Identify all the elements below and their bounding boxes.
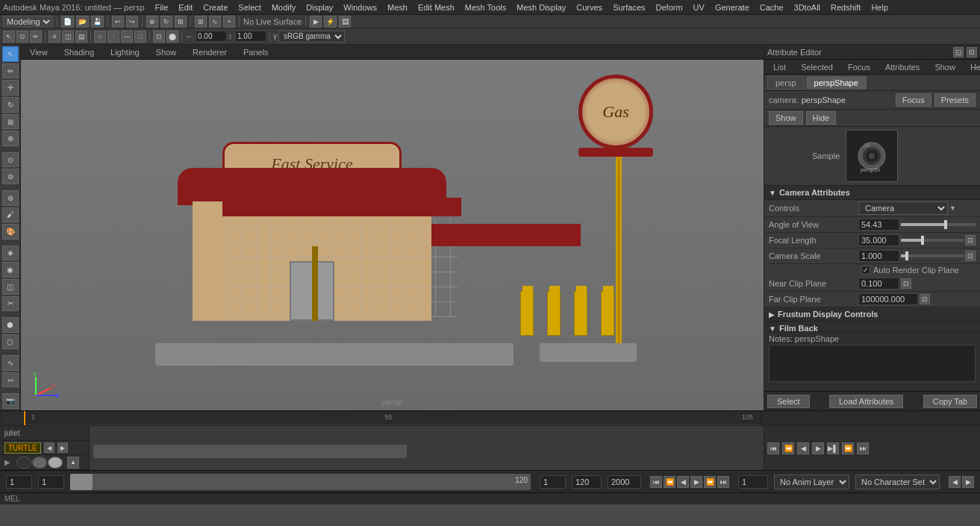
wireframe-btn[interactable]: ⊡ (153, 31, 165, 43)
menu-mesh-display[interactable]: Mesh Display (512, 2, 570, 13)
hypergraph-btn[interactable]: ◫ (62, 31, 74, 43)
ae-shape-tab-perspshape[interactable]: perspShape (806, 76, 867, 90)
menu-help[interactable]: Help (867, 2, 893, 13)
ae-camera-attrs-section[interactable]: ▼ Camera Attributes (764, 186, 980, 200)
vp-tab-lighting[interactable]: Lighting (106, 46, 144, 58)
menu-display[interactable]: Display (302, 2, 337, 13)
ae-tab-help[interactable]: Help (964, 61, 980, 73)
frame-end-input[interactable] (540, 475, 566, 489)
ae-autoclip-checkbox[interactable] (861, 266, 870, 275)
face-btn[interactable]: □ (134, 31, 146, 43)
rotate-btn[interactable]: ↻ (160, 16, 172, 28)
range-end-input[interactable] (608, 475, 641, 489)
ae-tab-list[interactable]: List (767, 61, 792, 73)
ae-controls-dropdown[interactable]: Camera (858, 201, 948, 215)
ae-farclip-input[interactable] (858, 293, 918, 305)
menu-generate[interactable]: Generate (711, 2, 754, 13)
play-btn[interactable]: ▶ (812, 442, 824, 454)
menu-mesh[interactable]: Mesh (383, 2, 412, 13)
undo-btn[interactable]: ↩ (112, 16, 124, 28)
move-btn[interactable]: ⊕ (146, 16, 158, 28)
char-set-dropdown[interactable]: No Character Set (855, 475, 940, 489)
split-poly-btn[interactable]: ◫ (2, 279, 19, 295)
menu-redshift[interactable]: Redshift (826, 2, 865, 13)
snap-grid-btn[interactable]: ⊞ (195, 16, 207, 28)
soft-select-btn[interactable]: ⊙ (2, 152, 19, 168)
ae-filmback-section[interactable]: ▼ Film Back (764, 322, 980, 331)
ae-float-btn[interactable]: ⊡ (967, 47, 977, 57)
ae-focal-expand-btn[interactable]: ⊡ (965, 235, 976, 245)
append-poly-btn[interactable]: ◉ (2, 262, 19, 278)
menu-modify[interactable]: Modify (267, 2, 300, 13)
frame-current-input[interactable] (38, 475, 64, 489)
lasso-btn[interactable]: ⊙ (16, 31, 28, 43)
paint-select-btn[interactable]: ✏ (2, 63, 19, 79)
ae-load-attrs-btn[interactable]: Load Attributes (829, 395, 903, 408)
ae-nearclip-input[interactable] (858, 278, 899, 289)
paint-attr-btn[interactable]: 🖌 (2, 207, 19, 223)
move-tool-btn[interactable]: ✛ (2, 80, 19, 96)
smooth-btn[interactable]: ⬤ (166, 31, 178, 43)
cut-mesh-btn[interactable]: ✂ (2, 296, 19, 312)
anim-layer-dropdown[interactable]: No Anim Layer (774, 475, 849, 489)
bb-play-fwd-btn[interactable]: ▶ (690, 476, 702, 488)
ae-notes-textarea[interactable] (769, 345, 976, 382)
ae-select-btn[interactable]: Select (767, 395, 810, 408)
track-prev-btn[interactable]: ◀ (44, 442, 54, 453)
ae-tab-show[interactable]: Show (928, 61, 961, 73)
menu-edit[interactable]: Edit (174, 2, 197, 13)
menu-3dto[interactable]: 3DtoAll (790, 2, 825, 13)
ae-focal-input[interactable] (858, 234, 899, 246)
track-expand-btn[interactable]: ▲ (67, 457, 79, 469)
select-mode-btn[interactable]: ↖ (2, 46, 19, 62)
outliner-btn[interactable]: ≡ (49, 31, 60, 43)
bb-play-back-btn[interactable]: ◀ (677, 476, 689, 488)
play-back-btn[interactable]: ⏪ (782, 442, 794, 454)
char-prev-btn[interactable]: ◀ (949, 476, 961, 488)
menu-uv[interactable]: UV (689, 2, 709, 13)
track-bar-main[interactable] (93, 445, 407, 458)
curve-tool-btn[interactable]: ∿ (2, 355, 19, 371)
camera-btn[interactable]: 📷 (2, 393, 19, 409)
new-btn[interactable]: 📄 (61, 16, 74, 28)
step-back-btn[interactable]: ◀ (797, 442, 809, 454)
range-start-input[interactable] (572, 475, 602, 489)
paint-btn[interactable]: ✏ (30, 31, 42, 43)
edge-btn[interactable]: — (121, 31, 133, 43)
channel-btn[interactable]: ▤ (75, 31, 87, 43)
ae-tab-focus[interactable]: Focus (842, 61, 876, 73)
gamma-dropdown[interactable]: sRGB gamma (278, 31, 345, 43)
play-fwd-btn[interactable]: ⏩ (842, 442, 854, 454)
ipr-btn[interactable]: ⚡ (324, 16, 337, 28)
menu-cache[interactable]: Cache (755, 2, 788, 13)
ae-angle-slider[interactable] (901, 223, 976, 226)
rotate-tool-btn[interactable]: ↻ (2, 97, 19, 113)
vp-tab-renderer[interactable]: Renderer (188, 46, 231, 58)
swatch2[interactable] (32, 457, 47, 469)
vertex-btn[interactable]: · (107, 31, 119, 43)
ae-hide-btn[interactable]: Hide (806, 111, 837, 125)
ae-focal-slider[interactable] (901, 239, 964, 242)
ae-focus-btn[interactable]: Focus (896, 93, 931, 107)
scale-btn[interactable]: ⊞ (175, 16, 187, 28)
menu-select[interactable]: Select (234, 2, 266, 13)
bb-play-last-btn[interactable]: ⏭ (717, 476, 729, 488)
bb-step-fwd-btn[interactable]: ⏩ (704, 476, 716, 488)
bb-play-first-btn[interactable]: ⏮ (650, 476, 662, 488)
snap-curve-btn[interactable]: ∿ (209, 16, 221, 28)
playhead[interactable] (24, 411, 25, 425)
ae-camscale-slider[interactable] (901, 254, 964, 257)
current-frame-input[interactable] (738, 475, 768, 489)
object-mode-btn[interactable]: ○ (94, 31, 106, 43)
sculpt-btn[interactable]: ⊛ (2, 190, 19, 206)
frame-range-bar[interactable]: 120 (70, 474, 531, 490)
menu-surfaces[interactable]: Surfaces (608, 2, 649, 13)
display-render-btn[interactable]: 🖼 (339, 16, 351, 28)
ae-camscale-expand-btn[interactable]: ⊡ (965, 251, 976, 261)
menu-windows[interactable]: Windows (339, 2, 381, 13)
step-fwd-btn[interactable]: ▶▌ (827, 442, 839, 454)
ae-copy-tab-btn[interactable]: Copy Tab (923, 395, 977, 408)
play-last-btn[interactable]: ⏭ (857, 442, 869, 454)
play-first-btn[interactable]: ⏮ (767, 442, 779, 454)
create-poly-btn[interactable]: ◈ (2, 245, 19, 261)
